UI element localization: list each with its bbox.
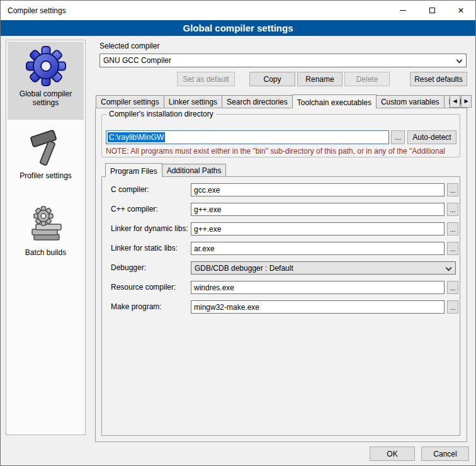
c-compiler-input[interactable] bbox=[191, 183, 445, 196]
static-linker-label: Linker for static libs: bbox=[111, 244, 178, 253]
resource-compiler-row: Resource compiler: ... bbox=[102, 281, 460, 294]
c-compiler-row: C compiler: ... bbox=[102, 183, 460, 196]
arrow-left-icon: ◀ bbox=[453, 99, 456, 104]
tab-custom-variables[interactable]: Custom variables bbox=[376, 95, 445, 108]
minimize-button[interactable] bbox=[388, 1, 417, 20]
static-linker-browse-button[interactable]: ... bbox=[447, 242, 458, 255]
installation-directory-value: C:\raylib\MinGW bbox=[108, 132, 165, 142]
sidebar-item-label: Global compiler settings bbox=[8, 89, 84, 111]
make-program-input[interactable] bbox=[191, 300, 445, 314]
global-compiler-gear-icon bbox=[25, 45, 67, 87]
static-linker-input[interactable] bbox=[191, 242, 445, 255]
selected-compiler-dropdown[interactable]: GNU GCC Compiler bbox=[99, 54, 467, 67]
installation-directory-group: Compiler's installation directory C:\ray… bbox=[101, 114, 460, 157]
subtab-additional-paths[interactable]: Additional Paths bbox=[162, 164, 227, 176]
installation-directory-input[interactable]: C:\raylib\MinGW bbox=[106, 130, 389, 144]
tab-search-directories[interactable]: Search directories bbox=[222, 95, 293, 108]
cpp-compiler-row: C++ compiler: ... bbox=[102, 203, 460, 216]
chevron-down-icon bbox=[456, 57, 463, 64]
close-icon: × bbox=[458, 6, 463, 16]
rename-button[interactable]: Rename bbox=[297, 72, 343, 86]
make-program-label: Make program: bbox=[111, 302, 162, 311]
delete-button: Delete bbox=[344, 72, 390, 86]
arrow-right-icon: ▶ bbox=[464, 99, 468, 104]
sidebar-item-label: Profiler settings bbox=[8, 171, 84, 184]
dialog-banner: Global compiler settings bbox=[1, 20, 475, 36]
window-title: Compiler settings bbox=[8, 6, 66, 15]
sidebar-item-label: Batch builds bbox=[8, 248, 84, 261]
settings-tabstrip: Compiler settings Linker settings Search… bbox=[96, 95, 467, 108]
close-button[interactable]: × bbox=[446, 1, 475, 20]
tab-scroll-right-button[interactable]: ▶ bbox=[461, 95, 472, 108]
profiler-hammer-icon bbox=[25, 128, 67, 169]
selected-compiler-label: Selected compiler bbox=[99, 42, 159, 50]
resource-compiler-label: Resource compiler: bbox=[111, 283, 176, 292]
chevron-down-icon bbox=[446, 265, 452, 271]
settings-sidebar: Global compiler settings Profiler settin… bbox=[6, 40, 86, 435]
installation-note: NOTE: All programs must exist either in … bbox=[106, 147, 458, 156]
set-as-default-button: Set as default bbox=[177, 72, 235, 86]
cpp-compiler-input[interactable] bbox=[191, 203, 445, 216]
subtab-program-files[interactable]: Program Files bbox=[105, 163, 162, 177]
dynamic-linker-row: Linker for dynamic libs: ... bbox=[102, 222, 460, 236]
window-controls: × bbox=[388, 1, 475, 20]
c-compiler-label: C compiler: bbox=[111, 185, 149, 194]
auto-detect-button[interactable]: Auto-detect bbox=[407, 130, 456, 144]
cancel-button[interactable]: Cancel bbox=[421, 446, 469, 461]
maximize-button[interactable] bbox=[417, 1, 446, 20]
dynamic-linker-browse-button[interactable]: ... bbox=[447, 222, 458, 236]
tab-compiler-settings[interactable]: Compiler settings bbox=[96, 95, 164, 108]
make-program-browse-button[interactable]: ... bbox=[447, 300, 458, 314]
static-linker-row: Linker for static libs: ... bbox=[102, 242, 460, 255]
ok-button[interactable]: OK bbox=[370, 446, 415, 461]
sidebar-item-batch-builds[interactable]: Batch builds bbox=[8, 202, 84, 272]
debugger-label: Debugger: bbox=[111, 263, 146, 272]
dynamic-linker-input[interactable] bbox=[191, 222, 445, 236]
titlebar[interactable]: Compiler settings × bbox=[1, 1, 475, 20]
tab-linker-settings[interactable]: Linker settings bbox=[164, 95, 222, 108]
copy-button[interactable]: Copy bbox=[249, 72, 295, 86]
tab-toolchain-executables[interactable]: Toolchain executables bbox=[292, 94, 377, 108]
tab-scroll-left-button[interactable]: ◀ bbox=[450, 95, 460, 108]
batch-builds-gear-icon bbox=[25, 205, 67, 246]
installation-directory-browse-button[interactable]: ... bbox=[391, 130, 405, 144]
program-files-tabstrip: Program Files Additional Paths bbox=[105, 164, 225, 176]
sidebar-item-profiler-settings[interactable]: Profiler settings bbox=[8, 125, 84, 195]
toolchain-executables-panel: Compiler's installation directory C:\ray… bbox=[95, 108, 467, 442]
debugger-value: GDB/CDB debugger : Default bbox=[195, 264, 293, 273]
minimize-icon bbox=[400, 10, 406, 11]
debugger-row: Debugger: GDB/CDB debugger : Default bbox=[102, 261, 460, 275]
program-files-panel: C compiler: ... C++ compiler: ... Linker… bbox=[101, 176, 460, 436]
make-program-row: Make program: ... bbox=[102, 300, 460, 314]
installation-directory-group-label: Compiler's installation directory bbox=[106, 110, 216, 118]
reset-defaults-button[interactable]: Reset defaults bbox=[410, 72, 467, 86]
resource-compiler-browse-button[interactable]: ... bbox=[447, 281, 458, 294]
sidebar-item-global-compiler-settings[interactable]: Global compiler settings bbox=[8, 42, 84, 120]
resource-compiler-input[interactable] bbox=[191, 281, 445, 294]
debugger-dropdown[interactable]: GDB/CDB debugger : Default bbox=[191, 261, 456, 275]
dynamic-linker-label: Linker for dynamic libs: bbox=[111, 224, 188, 233]
selected-compiler-value: GNU GCC Compiler bbox=[103, 56, 171, 65]
cpp-compiler-label: C++ compiler: bbox=[111, 205, 158, 213]
maximize-icon bbox=[429, 8, 435, 13]
c-compiler-browse-button[interactable]: ... bbox=[447, 183, 458, 196]
compiler-settings-window: Compiler settings × Global compiler sett… bbox=[0, 0, 476, 466]
cpp-compiler-browse-button[interactable]: ... bbox=[447, 203, 458, 216]
